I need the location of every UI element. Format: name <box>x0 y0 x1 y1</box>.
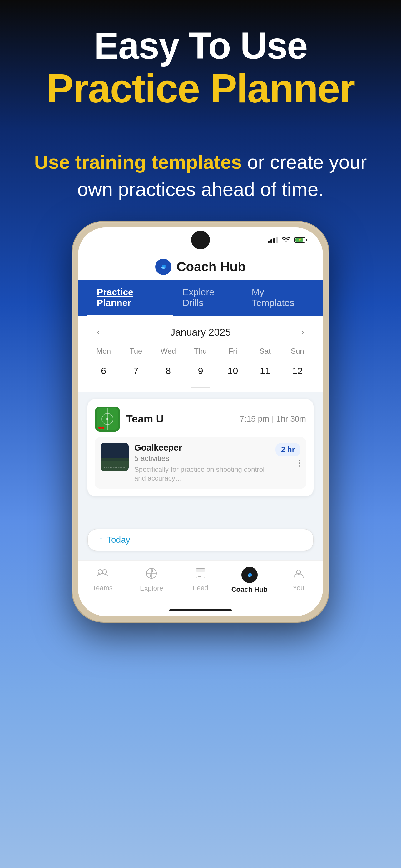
svg-text:🧢: 🧢 <box>160 264 167 270</box>
date-8[interactable]: 8 <box>152 361 184 380</box>
team-time: 7:15 pm | 1hr 30m <box>240 414 306 424</box>
feed-icon <box>195 568 206 582</box>
date-6[interactable]: 6 <box>88 361 120 380</box>
explore-label: Explore <box>140 584 163 592</box>
phone-frame: ⚡ 🧢 Coach Hub Practice Plann <box>72 222 329 622</box>
day-mon: Mon <box>88 344 120 358</box>
teams-label: Teams <box>93 584 113 592</box>
day-sun: Sun <box>281 344 313 358</box>
phone-mockup-container: ⚡ 🧢 Coach Hub Practice Plann <box>0 222 401 622</box>
app-title: Coach Hub <box>176 259 246 274</box>
signal-bar-3 <box>273 238 275 243</box>
dot-2 <box>299 462 300 464</box>
signal-icon <box>268 237 278 243</box>
battery-body: ⚡ <box>294 237 305 243</box>
practice-description: Specifically for practice on shooting co… <box>134 465 270 483</box>
svg-rect-11 <box>101 462 129 471</box>
today-arrow-icon: ↑ <box>99 535 103 545</box>
you-label: You <box>293 584 304 592</box>
calendar-next-arrow[interactable]: › <box>301 327 304 337</box>
practice-info: Goalkeeper 5 activities Specifically for… <box>134 443 270 483</box>
signal-bar-4 <box>276 237 278 243</box>
home-indicator <box>169 609 232 611</box>
subtitle-highlight: Use training templates <box>34 151 242 173</box>
subtitle: Use training templates or create your ow… <box>0 149 401 203</box>
content-section: Team U 7:15 pm | 1hr 30m <box>78 392 323 517</box>
signal-bar-1 <box>268 241 269 243</box>
practice-card: 1. Sprint, Side Shuffle, Goalkeeper 5 ac… <box>95 437 306 489</box>
calendar-header: ‹ January 2025 › <box>88 323 313 344</box>
coach-hub-label: Coach Hub <box>231 586 268 594</box>
bottom-navigation: Teams Explore <box>78 560 323 603</box>
coach-hub-icon: 🧢 <box>241 567 258 583</box>
svg-point-6 <box>106 418 108 420</box>
teams-icon <box>97 568 108 582</box>
feed-label: Feed <box>193 584 208 592</box>
today-section: ↑ Today <box>78 517 323 560</box>
day-tue: Tue <box>120 344 152 358</box>
header-subtitle-yellow: Practice Planner <box>19 66 382 111</box>
team-name: Team U <box>126 413 234 425</box>
bottom-nav-coach-hub[interactable]: 🧢 Coach Hub <box>231 567 268 594</box>
svg-point-8 <box>101 427 104 429</box>
practice-activities: 5 activities <box>134 454 270 463</box>
team-duration: 1hr 30m <box>276 414 306 424</box>
wifi-icon <box>282 236 291 244</box>
calendar-days-header: Mon Tue Wed Thu Fri Sat Sun <box>88 344 313 358</box>
calendar-month-label: January 2025 <box>170 327 231 338</box>
practice-duration-badge: 2 hr <box>275 443 300 457</box>
practice-card-actions: 2 hr <box>275 443 300 467</box>
bottom-nav-teams[interactable]: Teams <box>84 568 121 592</box>
bottom-nav-explore[interactable]: Explore <box>133 568 170 592</box>
team-time-value: 7:15 pm <box>240 414 269 424</box>
calendar-scroll-indicator <box>191 387 210 389</box>
divider <box>40 136 361 136</box>
tab-explore-drills[interactable]: Explore Drills <box>173 280 242 316</box>
dot-1 <box>299 460 300 461</box>
team-card: Team U 7:15 pm | 1hr 30m <box>88 399 313 496</box>
team-header: Team U 7:15 pm | 1hr 30m <box>95 406 306 432</box>
battery-bolt: ⚡ <box>298 238 302 242</box>
you-icon <box>293 568 304 582</box>
header-title: Easy To Use <box>19 25 382 66</box>
practice-title: Goalkeeper <box>134 443 270 453</box>
tab-my-templates[interactable]: My Templates <box>242 280 313 316</box>
phone-screen: ⚡ 🧢 Coach Hub Practice Plann <box>78 227 323 616</box>
app-header: 🧢 Coach Hub <box>78 252 323 280</box>
camera-notch <box>191 230 210 249</box>
day-wed: Wed <box>152 344 184 358</box>
more-options-button[interactable] <box>299 460 300 467</box>
practice-thumbnail: 1. Sprint, Side Shuffle, <box>101 443 129 471</box>
svg-rect-19 <box>196 569 205 572</box>
explore-icon <box>146 568 157 582</box>
svg-text:1. Sprint, Side Shuffle,: 1. Sprint, Side Shuffle, <box>104 466 126 469</box>
tab-practice-planner[interactable]: Practice Planner <box>88 280 173 316</box>
date-11[interactable]: 11 <box>249 361 281 380</box>
status-right: ⚡ <box>268 236 307 244</box>
dot-3 <box>299 465 300 467</box>
calendar-section: ‹ January 2025 › Mon Tue Wed Thu Fri Sat… <box>78 316 323 389</box>
signal-bar-2 <box>270 239 272 243</box>
svg-text:🧢: 🧢 <box>246 572 253 578</box>
battery-icon: ⚡ <box>294 237 307 243</box>
calendar-prev-arrow[interactable]: ‹ <box>97 327 100 337</box>
status-bar: ⚡ <box>78 227 323 252</box>
day-sat: Sat <box>249 344 281 358</box>
today-button[interactable]: ↑ Today <box>88 529 313 551</box>
date-10[interactable]: 10 <box>217 361 249 380</box>
date-12[interactable]: 12 <box>281 361 313 380</box>
svg-point-7 <box>98 427 101 429</box>
svg-point-13 <box>98 569 102 574</box>
today-button-label: Today <box>107 535 130 545</box>
day-thu: Thu <box>184 344 216 358</box>
date-7[interactable]: 7 <box>120 361 152 380</box>
nav-tabs: Practice Planner Explore Drills My Templ… <box>78 280 323 316</box>
date-9[interactable]: 9 <box>184 361 216 380</box>
bottom-nav-feed[interactable]: Feed <box>182 568 219 592</box>
day-fri: Fri <box>217 344 249 358</box>
app-logo-icon: 🧢 <box>155 259 171 275</box>
svg-point-14 <box>102 569 107 574</box>
bottom-nav-you[interactable]: You <box>280 568 317 592</box>
time-separator: | <box>272 414 274 424</box>
calendar-dates: 6 7 8 9 10 11 12 <box>88 361 313 380</box>
